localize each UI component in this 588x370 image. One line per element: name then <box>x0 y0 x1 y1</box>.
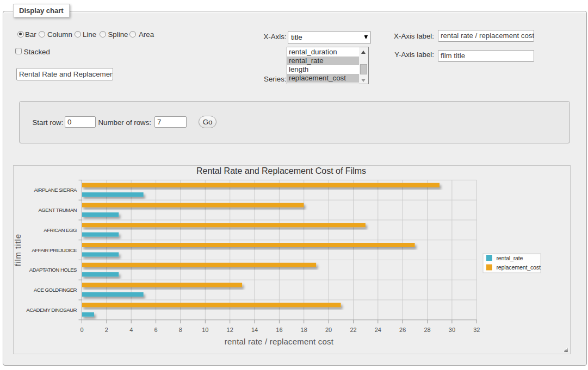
svg-text:26: 26 <box>399 327 406 333</box>
svg-text:4: 4 <box>129 327 133 333</box>
svg-text:24: 24 <box>375 327 381 333</box>
svg-text:rental rate / replacement cost: rental rate / replacement cost <box>225 337 334 346</box>
svg-text:10: 10 <box>202 327 208 333</box>
svg-text:rental_rate: rental_rate <box>497 255 523 261</box>
svg-text:ACE GOLDFINGER: ACE GOLDFINGER <box>34 287 77 293</box>
svg-text:20: 20 <box>325 327 332 333</box>
svg-text:AFRICAN EGG: AFRICAN EGG <box>44 227 77 233</box>
svg-text:AFFAIR PREJUDICE: AFFAIR PREJUDICE <box>32 247 77 253</box>
svg-text:18: 18 <box>301 327 307 333</box>
svg-text:14: 14 <box>251 327 258 333</box>
svg-text:22: 22 <box>350 327 356 333</box>
svg-text:ADAPTATION HOLES: ADAPTATION HOLES <box>29 267 77 273</box>
svg-text:8: 8 <box>179 327 182 333</box>
svg-text:AIRPLANE SIERRA: AIRPLANE SIERRA <box>34 187 78 193</box>
svg-text:ACADEMY DINOSAUR: ACADEMY DINOSAUR <box>26 307 77 313</box>
svg-text:28: 28 <box>424 327 430 333</box>
svg-text:16: 16 <box>276 327 282 333</box>
svg-text:AGENT TRUMAN: AGENT TRUMAN <box>38 207 77 213</box>
svg-text:replacement_cost: replacement_cost <box>497 264 541 271</box>
svg-text:0: 0 <box>80 327 83 333</box>
svg-text:2: 2 <box>105 327 108 333</box>
svg-text:6: 6 <box>154 327 158 333</box>
svg-text:32: 32 <box>473 327 480 333</box>
svg-text:Rental Rate and Replacement Co: Rental Rate and Replacement Cost of Film… <box>196 166 366 175</box>
svg-text:12: 12 <box>227 327 233 333</box>
svg-text:30: 30 <box>449 327 455 333</box>
svg-text:film title: film title <box>14 234 22 266</box>
